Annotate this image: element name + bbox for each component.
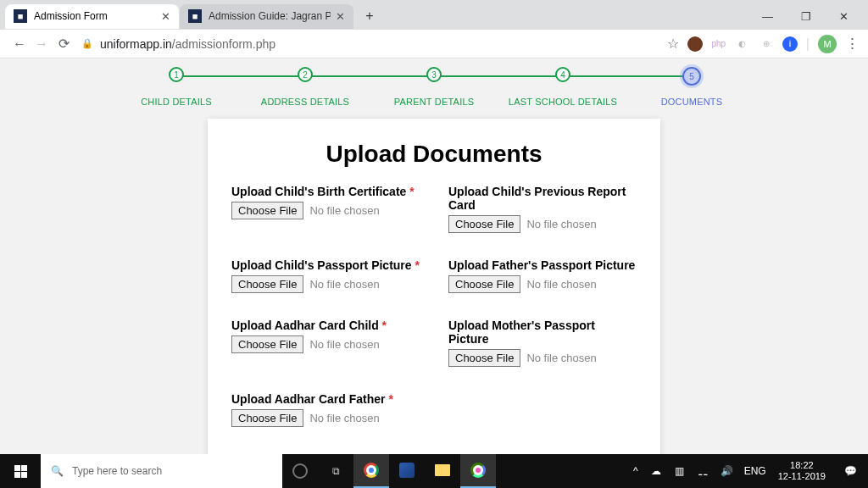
form-row: Upload Child's Passport Picture *Choose … [231,258,637,293]
reload-button[interactable]: ⟳ [53,33,75,55]
upload-field: Upload Aadhar Card Father *Choose FileNo… [231,392,420,427]
search-icon: 🔍 [51,465,64,477]
file-status-text: No file chosen [526,352,596,364]
upload-documents-card: Upload Documents Upload Child's Birth Ce… [208,119,660,457]
bookmark-star-icon[interactable]: ☆ [667,36,679,52]
choose-file-button[interactable]: Choose File [231,202,303,219]
extension-icon[interactable]: 𝕚 [782,36,798,52]
onedrive-icon[interactable]: ☁ [644,454,668,488]
task-view-icon[interactable]: ⧉ [318,454,353,488]
choose-file-button[interactable]: Choose File [448,215,520,233]
upload-field: Upload Child's Passport Picture *Choose … [231,258,420,293]
cortana-icon[interactable] [282,454,318,488]
language-indicator[interactable]: ENG [739,465,771,477]
favicon-icon: ■ [188,9,202,23]
file-status-text: No file chosen [309,412,379,424]
choose-file-button[interactable]: Choose File [231,409,303,427]
page-title: Upload Documents [231,141,637,168]
battery-icon[interactable]: ▥ [668,454,692,488]
kebab-menu-icon[interactable]: ⋮ [845,35,860,53]
field-label: Upload Father's Passport Picture [448,258,637,272]
extension-icon[interactable]: ⊕ [759,36,774,52]
tray-overflow-icon[interactable]: ^ [627,454,644,488]
extension-icon[interactable] [687,36,703,52]
required-asterisk: * [382,319,387,332]
step-documents[interactable]: 5 DOCUMENTS [627,67,756,107]
windows-logo-icon [14,465,27,478]
lock-icon: 🔒 [81,38,93,49]
choose-file-button[interactable]: Choose File [448,349,520,367]
step-parent-details[interactable]: 3 PARENT DETAILS [370,67,498,107]
tab-title: Admission Form [34,10,156,22]
form-row: Upload Aadhar Card Child *Choose FileNo … [231,319,637,367]
field-label: Upload Child's Birth Certificate * [231,185,420,198]
favicon-icon: ■ [14,9,27,23]
file-status-text: No file chosen [309,278,379,291]
required-asterisk: * [415,258,419,272]
start-button[interactable] [0,454,41,488]
taskbar-search[interactable]: 🔍 Type here to search [41,454,282,488]
browser-tab-1[interactable]: ■ Admission Guide: Jagran Public S ✕ [180,4,353,29]
progress-stepper: 1 CHILD DETAILS 2 ADDRESS DETAILS 3 PARE… [112,67,756,107]
choose-file-button[interactable]: Choose File [231,336,303,353]
forward-button[interactable]: → [31,33,53,55]
upload-field: Upload Mother's Passport Picture Choose … [448,319,637,367]
step-address-details[interactable]: 2 ADDRESS DETAILS [241,67,370,107]
url-path: /admissionform.php [172,37,275,51]
required-asterisk: * [409,185,414,198]
browser-tab-0[interactable]: ■ Admission Form ✕ [5,4,179,29]
address-bar[interactable]: 🔒 uniformapp.in/admissionform.php [81,37,654,51]
upload-field: Upload Child's Previous Report Card Choo… [448,185,637,233]
maximize-button[interactable]: ❐ [787,3,825,29]
taskbar-app-chrome-2[interactable] [460,454,496,488]
wifi-icon[interactable]: ⚋ [692,454,715,488]
step-child-details[interactable]: 1 CHILD DETAILS [112,67,241,107]
back-button[interactable]: ← [8,33,31,55]
file-status-text: No file chosen [526,218,596,230]
upload-field: Upload Father's Passport Picture Choose … [448,258,637,293]
step-last-school-details[interactable]: 4 LAST SCHOOL DETAILS [498,67,627,107]
file-status-text: No file chosen [526,278,596,291]
field-label: Upload Child's Previous Report Card [448,185,637,212]
form-row: Upload Child's Birth Certificate *Choose… [231,185,637,233]
form-row: Upload Aadhar Card Father *Choose FileNo… [231,392,637,427]
close-window-button[interactable]: ✕ [825,3,863,29]
taskbar-app-word[interactable] [389,454,425,488]
upload-field: Upload Child's Birth Certificate *Choose… [231,185,420,233]
taskbar-clock[interactable]: 18:2212-11-2019 [771,460,832,482]
required-asterisk: * [388,392,392,406]
close-icon[interactable]: ✕ [336,10,345,23]
browser-chrome: ■ Admission Form ✕ ■ Admission Guide: Ja… [0,0,868,58]
field-label: Upload Aadhar Card Father * [231,392,420,406]
extension-php-icon[interactable]: php [711,36,726,52]
windows-taskbar: 🔍 Type here to search ⧉ ^ ☁ ▥ ⚋ 🔊 ENG 18… [0,454,868,488]
file-status-text: No file chosen [309,338,379,351]
volume-icon[interactable]: 🔊 [715,454,739,488]
taskbar-app-chrome[interactable] [353,454,389,488]
profile-avatar[interactable]: M [818,35,837,53]
field-label: Upload Aadhar Card Child * [231,319,420,332]
tab-title: Admission Guide: Jagran Public S [209,10,331,22]
taskbar-app-explorer[interactable] [425,454,460,488]
close-icon[interactable]: ✕ [161,10,170,23]
page-viewport[interactable]: 1 CHILD DETAILS 2 ADDRESS DETAILS 3 PARE… [0,58,868,457]
choose-file-button[interactable]: Choose File [448,275,520,293]
choose-file-button[interactable]: Choose File [231,275,303,293]
file-status-text: No file chosen [309,204,379,217]
upload-field: Upload Aadhar Card Child *Choose FileNo … [231,319,420,367]
field-label: Upload Mother's Passport Picture [448,319,637,346]
url-host: uniformapp.in [100,37,172,51]
notification-center-icon[interactable]: 💬 [832,454,868,488]
new-tab-button[interactable]: + [358,4,381,28]
extension-icon[interactable]: ◐ [735,36,750,52]
minimize-button[interactable]: — [748,3,787,29]
field-label: Upload Child's Passport Picture * [231,258,420,272]
